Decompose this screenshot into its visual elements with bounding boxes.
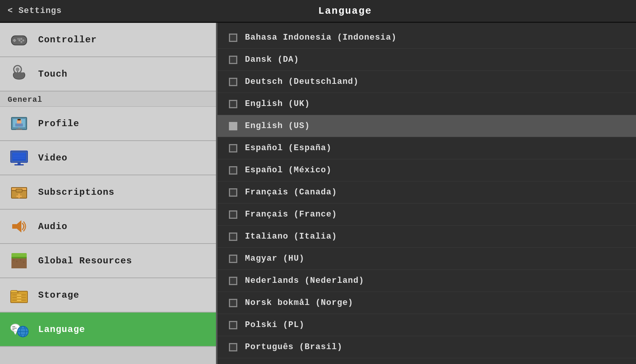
svg-rect-7	[17, 38, 21, 40]
svg-rect-2	[13, 40, 16, 41]
svg-rect-34	[11, 257, 27, 258]
language-item-polski[interactable]: Polski (PL)	[217, 314, 636, 336]
profile-icon	[8, 112, 31, 135]
language-checkbox-espanol-espana	[229, 144, 237, 152]
svg-rect-20	[13, 155, 25, 156]
language-label-polski: Polski (PL)	[245, 320, 304, 330]
svg-marker-50	[14, 332, 17, 335]
language-checkbox-polski	[229, 321, 237, 329]
language-checkbox-bahasa-indonesia	[229, 34, 237, 42]
svg-rect-37	[20, 259, 21, 261]
language-label-english-us: English (US)	[245, 121, 310, 131]
sidebar: Controller Touch General	[0, 23, 217, 364]
svg-rect-22	[13, 158, 25, 159]
svg-point-5	[19, 40, 21, 42]
subscriptions-icon	[8, 181, 31, 204]
language-checkbox-francais-france	[229, 210, 237, 219]
language-checkbox-italiano	[229, 233, 237, 241]
svg-rect-47	[12, 326, 15, 327]
global-resources-icon	[8, 249, 31, 272]
language-item-espanol-espana[interactable]: Español (España)	[217, 137, 636, 159]
video-icon	[8, 146, 31, 169]
sidebar-item-video-label: Video	[38, 153, 68, 163]
sidebar-item-audio[interactable]: Audio	[0, 210, 216, 244]
language-checkbox-norsk	[229, 299, 237, 307]
sidebar-item-global-resources-label: Global Resources	[38, 256, 132, 266]
language-label-francais-france: Français (France)	[245, 210, 337, 219]
language-label-deutsch: Deutsch (Deutschland)	[245, 77, 359, 87]
language-item-bahasa-indonesia[interactable]: Bahasa Indonesia (Indonesia)	[217, 27, 636, 49]
sidebar-item-touch[interactable]: Touch	[0, 57, 216, 91]
touch-icon	[8, 63, 31, 85]
language-label-italiano: Italiano (Italia)	[245, 232, 337, 241]
language-item-nederlands[interactable]: Nederlands (Nederland)	[217, 270, 636, 292]
sidebar-item-video[interactable]: Video	[0, 141, 216, 175]
svg-rect-38	[23, 261, 24, 263]
sidebar-item-subscriptions-label: Subscriptions	[38, 187, 114, 197]
audio-icon	[8, 215, 31, 238]
language-checkbox-espanol-mexico	[229, 166, 237, 175]
svg-rect-29	[16, 196, 22, 197]
language-label-bahasa-indonesia: Bahasa Indonesia (Indonesia)	[245, 33, 397, 42]
svg-rect-36	[16, 261, 18, 262]
language-checkbox-portugues-brasil	[229, 343, 237, 351]
section-header-general: General	[0, 91, 216, 107]
language-item-norsk[interactable]: Norsk bokmål (Norge)	[217, 292, 636, 314]
language-checkbox-english-uk	[229, 100, 237, 108]
sidebar-item-storage-label: Storage	[38, 290, 79, 300]
language-checkbox-deutsch	[229, 78, 237, 86]
language-item-english-uk[interactable]: English (UK)	[217, 93, 636, 115]
svg-point-6	[21, 41, 23, 43]
language-icon	[8, 318, 31, 341]
svg-rect-35	[13, 259, 14, 261]
sidebar-item-profile-label: Profile	[38, 119, 79, 129]
sidebar-item-language-label: Language	[38, 324, 85, 335]
language-label-magyar: Magyar (HU)	[245, 254, 304, 263]
language-item-english-us[interactable]: English (US)	[217, 115, 636, 137]
back-button[interactable]: < Settings	[8, 6, 62, 16]
language-panel: Bahasa Indonesia (Indonesia)Dansk (DA)De…	[217, 23, 636, 364]
sidebar-item-profile[interactable]: Profile	[0, 107, 216, 141]
sidebar-item-language[interactable]: Language	[0, 313, 216, 347]
language-label-dansk: Dansk (DA)	[245, 55, 299, 64]
sidebar-item-controller[interactable]: Controller	[0, 23, 216, 57]
language-label-francais-canada: Français (Canada)	[245, 188, 337, 197]
language-item-portugues-brasil[interactable]: Português (Brasil)	[217, 336, 636, 358]
language-item-magyar[interactable]: Magyar (HU)	[217, 248, 636, 270]
language-item-francais-france[interactable]: Français (France)	[217, 204, 636, 226]
sidebar-item-global-resources[interactable]: Global Resources	[0, 244, 216, 278]
svg-marker-31	[17, 220, 21, 233]
svg-rect-48	[12, 328, 17, 329]
svg-rect-19	[13, 153, 25, 154]
language-checkbox-english-us	[229, 122, 237, 130]
language-item-portugues-portugal[interactable]: Português (Portugal)	[217, 358, 636, 364]
main-layout: Controller Touch General	[0, 23, 636, 364]
language-checkbox-magyar	[229, 255, 237, 263]
language-label-espanol-espana: Español (España)	[245, 143, 332, 153]
svg-rect-24	[14, 164, 24, 165]
language-list: Bahasa Indonesia (Indonesia)Dansk (DA)De…	[217, 23, 636, 364]
language-checkbox-nederlands	[229, 277, 237, 285]
language-item-dansk[interactable]: Dansk (DA)	[217, 49, 636, 71]
header: < Settings Language	[0, 0, 636, 23]
svg-rect-27	[16, 189, 22, 192]
sidebar-item-subscriptions[interactable]: Subscriptions	[0, 175, 216, 210]
sidebar-item-storage[interactable]: Storage	[0, 278, 216, 313]
language-label-espanol-mexico: Español (México)	[245, 165, 332, 175]
sidebar-item-controller-label: Controller	[38, 35, 97, 45]
svg-rect-43	[17, 295, 21, 295]
svg-rect-45	[17, 300, 21, 301]
svg-point-9	[16, 67, 19, 71]
language-item-espanol-mexico[interactable]: Español (México)	[217, 159, 636, 181]
language-item-francais-canada[interactable]: Français (Canada)	[217, 181, 636, 204]
svg-rect-49	[12, 329, 14, 330]
language-checkbox-francais-canada	[229, 188, 237, 197]
svg-point-4	[23, 40, 24, 42]
controller-icon	[8, 28, 31, 51]
language-label-english-uk: English (UK)	[245, 99, 310, 109]
language-checkbox-dansk	[229, 56, 237, 64]
language-item-deutsch[interactable]: Deutsch (Deutschland)	[217, 71, 636, 93]
language-label-norsk: Norsk bokmål (Norge)	[245, 298, 353, 308]
storage-icon	[8, 284, 31, 306]
language-item-italiano[interactable]: Italiano (Italia)	[217, 226, 636, 248]
